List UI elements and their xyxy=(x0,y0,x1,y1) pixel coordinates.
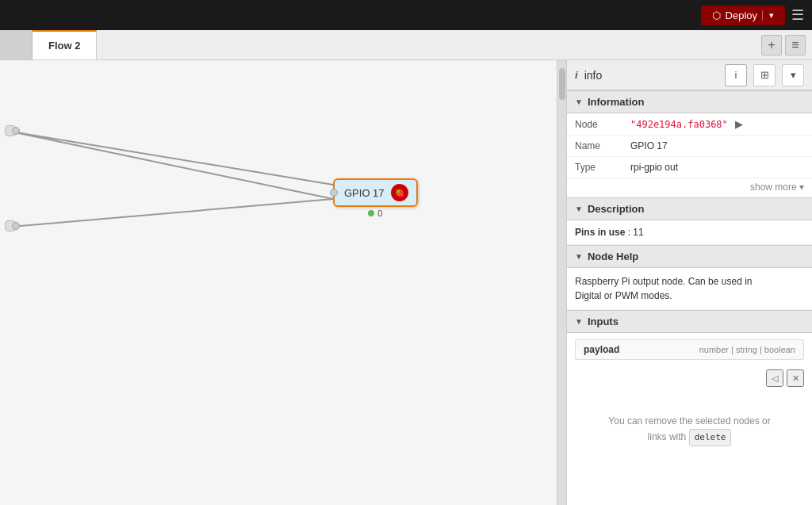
panel-header: i info i ⊞ ▾ xyxy=(567,60,812,90)
type-label-cell: Type xyxy=(567,157,622,178)
type-value-cell: rpi-gpio out xyxy=(622,157,812,178)
panel-info-icon: i xyxy=(575,69,578,81)
information-title: Information xyxy=(588,96,645,108)
name-row: Name GPIO 17 xyxy=(567,136,812,157)
delete-key: delete xyxy=(689,429,732,446)
tabbar-spacer xyxy=(97,30,755,59)
panel-layout-btn[interactable]: ⊞ xyxy=(753,64,776,86)
info-chevron: ▼ xyxy=(575,98,583,106)
pins-value: : 11 xyxy=(628,227,644,238)
inputs-chevron: ▼ xyxy=(575,317,583,326)
description-section-header[interactable]: ▼ Description xyxy=(567,197,812,220)
nodehelp-line1: Raspberry Pi output node. Can be used in xyxy=(575,276,752,287)
desc-chevron: ▼ xyxy=(575,205,583,213)
nodehelp-chevron: ▼ xyxy=(575,252,583,261)
prev-btn[interactable]: ◁ xyxy=(766,369,783,387)
delete-hint-line2: links with xyxy=(648,431,687,442)
delete-hint: You can remove the selected nodes or lin… xyxy=(567,390,812,462)
inputs-content: payload number | string | boolean xyxy=(567,333,812,366)
inputs-section-header[interactable]: ▼ Inputs xyxy=(567,310,812,333)
node-value-cell: "492e194a.fa0368" ▶ xyxy=(622,113,812,136)
close-x-btn[interactable]: ✕ xyxy=(787,369,804,387)
svg-line-2 xyxy=(11,199,333,227)
canvas-area[interactable]: GPIO 17 🍓 0 xyxy=(0,60,557,505)
deploy-label: Deploy xyxy=(726,10,757,21)
node-id-value: "492e194a.fa0368" xyxy=(630,119,728,130)
deploy-button[interactable]: ⬡ Deploy ▾ xyxy=(701,6,785,25)
nodehelp-content: Raspberry Pi output node. Can be used in… xyxy=(567,268,812,310)
node-label-cell: Node xyxy=(567,113,622,136)
description-content: Pins in use : 11 xyxy=(567,220,812,245)
list-tabs-button[interactable]: ≡ xyxy=(785,35,806,55)
gpio17-port-in xyxy=(330,189,338,197)
input-node-1[interactable] xyxy=(5,125,16,136)
payload-label: payload xyxy=(584,344,619,355)
main-layout: GPIO 17 🍓 0 i info i ⊞ ▾ ▼ I xyxy=(0,60,812,505)
show-more[interactable]: show more ▾ xyxy=(567,178,812,197)
input-node-1-port xyxy=(12,127,20,135)
node-status-dot xyxy=(368,210,374,216)
nodehelp-section-header[interactable]: ▼ Node Help xyxy=(567,245,812,268)
tab-inactive[interactable] xyxy=(0,30,33,59)
svg-line-1 xyxy=(11,132,333,199)
panel-title: info xyxy=(584,69,718,82)
input-node-2[interactable] xyxy=(5,220,16,231)
gpio17-node-label: GPIO 17 xyxy=(344,187,385,199)
type-label: number | string | boolean xyxy=(699,345,795,354)
scrollbar-thumb[interactable] xyxy=(559,68,565,100)
tabbar: Flow 2 + ≡ xyxy=(0,30,812,60)
canvas-scrollbar[interactable] xyxy=(557,60,566,505)
node-tooltip-icon[interactable]: ▶ xyxy=(735,118,743,130)
deploy-icon: ⬡ xyxy=(712,10,721,21)
nodehelp-line2: Digital or PWM modes. xyxy=(575,290,672,301)
right-panel: i info i ⊞ ▾ ▼ Information Node "492e194… xyxy=(566,60,812,505)
input-node-2-port xyxy=(12,222,20,230)
node-dot-row: 0 xyxy=(368,209,382,218)
panel-content: ▼ Information Node "492e194a.fa0368" ▶ N… xyxy=(567,90,812,505)
deploy-chevron[interactable]: ▾ xyxy=(762,10,774,21)
tab-flow2[interactable]: Flow 2 xyxy=(33,30,97,59)
name-value-cell: GPIO 17 xyxy=(622,136,812,157)
svg-line-0 xyxy=(11,132,333,185)
payload-row: payload number | string | boolean xyxy=(575,339,804,360)
hamburger-icon[interactable]: ☰ xyxy=(791,6,804,24)
node-row: Node "492e194a.fa0368" ▶ xyxy=(567,113,812,136)
name-label-cell: Name xyxy=(567,136,622,157)
gpio17-node[interactable]: GPIO 17 🍓 0 xyxy=(333,178,418,207)
nodehelp-title: Node Help xyxy=(588,251,638,262)
node-count: 0 xyxy=(377,209,382,218)
info-table: Node "492e194a.fa0368" ▶ Name GPIO 17 Ty… xyxy=(567,113,812,178)
topbar: ⬡ Deploy ▾ ☰ xyxy=(0,0,812,30)
canvas-svg xyxy=(0,60,557,505)
description-title: Description xyxy=(588,203,645,215)
type-row: Type rpi-gpio out xyxy=(567,157,812,178)
pins-label: Pins in use xyxy=(575,227,625,238)
delete-hint-line1: You can remove the selected nodes or xyxy=(608,415,770,427)
raspberry-icon: 🍓 xyxy=(391,184,408,201)
add-tab-button[interactable]: + xyxy=(761,35,782,55)
information-section-header[interactable]: ▼ Information xyxy=(567,90,812,113)
tabbar-actions: + ≡ xyxy=(755,30,812,59)
panel-info-btn[interactable]: i xyxy=(725,64,747,86)
inputs-title: Inputs xyxy=(588,316,619,327)
nav-btn-row: ◁ ✕ xyxy=(567,366,812,390)
panel-close-btn[interactable]: ▾ xyxy=(782,64,804,86)
